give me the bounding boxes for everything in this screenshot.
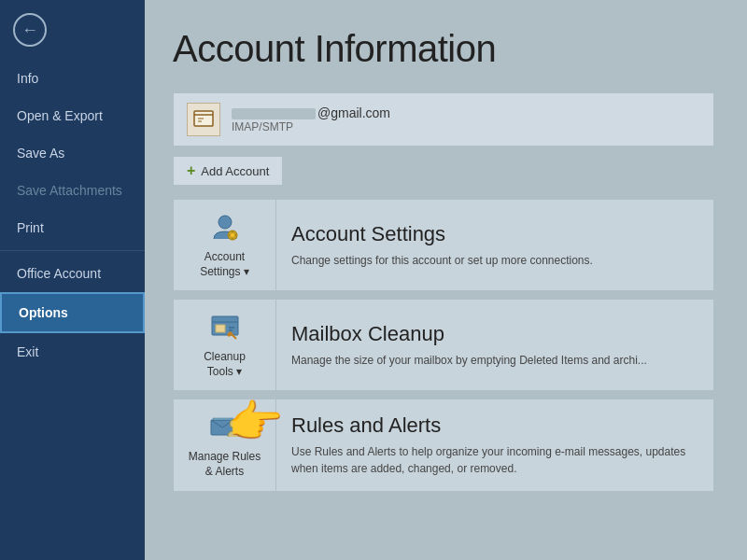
sidebar-item-office-account[interactable]: Office Account: [0, 255, 145, 292]
sidebar-item-save-attachments: Save Attachments: [0, 172, 145, 209]
mailbox-cleanup-title: Mailbox Cleanup: [291, 322, 647, 346]
rules-alerts-card[interactable]: Manage Rules& Alerts Rules and Alerts Us…: [173, 399, 714, 491]
account-settings-desc: Change settings for this account or set …: [291, 252, 593, 269]
email-blur: [232, 108, 316, 119]
sidebar-item-save-as[interactable]: Save As: [0, 134, 145, 172]
account-type: IMAP/SMTP: [232, 120, 390, 133]
sidebar-item-print[interactable]: Print: [0, 209, 145, 246]
svg-point-4: [218, 216, 232, 229]
account-settings-card[interactable]: AccountSettings ▾ Account Settings Chang…: [173, 199, 714, 291]
rules-alerts-title: Rules and Alerts: [291, 413, 698, 438]
sidebar-divider: [0, 250, 145, 251]
add-account-button[interactable]: + Add Account: [173, 156, 283, 186]
page-title: Account Information: [173, 28, 719, 70]
mailbox-cleanup-content: Mailbox Cleanup Manage the size of your …: [276, 300, 662, 390]
rules-alerts-desc: Use Rules and Alerts to help organize yo…: [291, 443, 698, 477]
sidebar-item-exit[interactable]: Exit: [0, 333, 145, 371]
add-account-label: Add Account: [201, 164, 269, 178]
mailbox-cleanup-icon-area[interactable]: CleanupTools ▾: [174, 300, 276, 390]
back-button[interactable]: ←: [7, 7, 52, 52]
sidebar-nav: Info Open & Export Save As Save Attachme…: [0, 60, 145, 560]
manage-rules-icon-label: Manage Rules& Alerts: [189, 450, 261, 479]
account-settings-icon-label: AccountSettings ▾: [200, 250, 249, 279]
rules-alerts-icon-area[interactable]: Manage Rules& Alerts: [174, 399, 276, 490]
svg-rect-13: [216, 325, 225, 332]
mailbox-cleanup-desc: Manage the size of your mailbox by empty…: [291, 352, 647, 369]
svg-point-10: [231, 233, 234, 237]
main-content: Account Information @gmail.com IMAP/SMTP…: [145, 0, 747, 560]
account-row[interactable]: @gmail.com IMAP/SMTP: [173, 92, 714, 147]
account-settings-icon-area[interactable]: AccountSettings ▾: [174, 200, 276, 290]
svg-rect-19: [213, 418, 233, 420]
account-settings-content: Account Settings Change settings for thi…: [276, 200, 608, 290]
account-icon: [187, 103, 220, 136]
back-arrow-icon: ←: [13, 13, 47, 47]
mailbox-cleanup-icon: [208, 311, 242, 344]
account-email: @gmail.com: [232, 105, 390, 120]
account-details: @gmail.com IMAP/SMTP: [232, 105, 390, 133]
cleanup-tools-icon-label: CleanupTools ▾: [204, 350, 246, 379]
plus-icon: +: [187, 162, 195, 179]
rules-alerts-content: Rules and Alerts Use Rules and Alerts to…: [276, 399, 713, 490]
account-settings-icon: [208, 211, 242, 245]
sidebar: ← Info Open & Export Save As Save Attach…: [0, 0, 145, 560]
account-settings-title: Account Settings: [291, 222, 593, 246]
svg-point-20: [230, 420, 237, 427]
sidebar-item-options[interactable]: Options: [0, 292, 145, 333]
cards-container: AccountSettings ▾ Account Settings Chang…: [173, 199, 714, 492]
sidebar-item-info[interactable]: Info: [0, 60, 145, 97]
mailbox-cleanup-card[interactable]: CleanupTools ▾ Mailbox Cleanup Manage th…: [173, 299, 714, 391]
rules-alerts-icon: [208, 411, 242, 444]
sidebar-item-open-export[interactable]: Open & Export: [0, 97, 145, 134]
